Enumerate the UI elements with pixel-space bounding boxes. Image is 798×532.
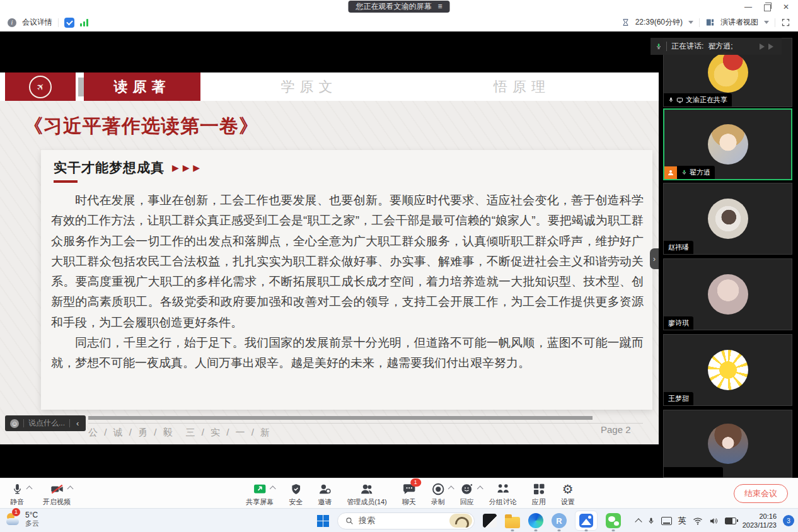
video-options-caret[interactable]	[67, 486, 73, 492]
meeting-timer[interactable]: 22:39(60分钟)	[635, 17, 683, 28]
participant-label: 王梦甜	[664, 392, 693, 405]
windows-taskbar: 1 5°C 多云 搜索 R 英	[0, 508, 798, 532]
restore-button[interactable]	[758, 0, 777, 14]
tab-read-original[interactable]: 读原著	[84, 72, 200, 101]
weather-icon: 1	[5, 511, 21, 528]
reaction-options-caret[interactable]	[477, 486, 483, 492]
taskbar-meeting-app-active[interactable]	[575, 511, 598, 530]
tab-study-text[interactable]: 学原文	[200, 72, 418, 101]
taskbar-app-r[interactable]: R	[552, 511, 567, 530]
record-button[interactable]: 录制	[431, 482, 445, 507]
participant-tile-speaking[interactable]: 翟方逍	[663, 108, 792, 180]
mic-icon	[668, 96, 674, 103]
participant-tile[interactable]: 王梦甜	[663, 334, 792, 406]
divider	[58, 18, 59, 27]
apps-button[interactable]: 应用	[532, 482, 546, 507]
screen-share-icon	[676, 97, 683, 103]
emoji-icon[interactable]: ☺	[10, 419, 19, 428]
battery-icon[interactable]	[725, 518, 736, 524]
close-button[interactable]: ✕	[777, 0, 795, 14]
volume-icon[interactable]	[709, 517, 719, 525]
wifi-icon[interactable]	[693, 517, 703, 525]
meeting-topbar: i 会议详情 22:39(60分钟) 演讲者视图	[0, 14, 798, 32]
weather-widget[interactable]: 1 5°C 多云	[5, 511, 39, 528]
breakout-rooms-button[interactable]: 分组讨论	[489, 482, 517, 507]
fullscreen-icon[interactable]	[781, 18, 790, 27]
security-button[interactable]: 安全	[289, 482, 303, 507]
comment-input-bubble[interactable]: ☺ 说点什么... ‹	[5, 415, 86, 431]
windows-start-button[interactable]	[317, 515, 329, 527]
comment-placeholder[interactable]: 说点什么...	[28, 418, 65, 429]
slide-body: 《习近平著作选读第一卷》 实干才能梦想成真 ▶ ▶ ▶ 时代在发展，事业在创新，…	[0, 101, 659, 444]
screen-watch-banner[interactable]: 您正在观看文渝的屏幕 ≡	[348, 1, 449, 13]
share-screen-icon	[253, 482, 267, 496]
divider	[23, 419, 24, 427]
shared-screen-stage: ✈ 读原著 学原文 悟原理 《习近平著作选读第一卷》 实干才能梦想成真 ▶ ▶ …	[0, 32, 659, 478]
reaction-button[interactable]: 回应	[460, 482, 474, 507]
heading-arrows-icon: ▶ ▶ ▶	[172, 163, 200, 173]
record-options-caret[interactable]	[448, 486, 454, 492]
taskbar-file-explorer[interactable]	[505, 511, 520, 530]
chat-button[interactable]: 1 聊天	[402, 482, 416, 507]
share-screen-button[interactable]: 共享屏幕	[246, 482, 274, 507]
participant-label: 廖诗琪	[664, 316, 693, 330]
mic-icon	[11, 482, 23, 496]
share-options-caret[interactable]	[270, 486, 276, 492]
avatar	[708, 350, 748, 390]
mute-button[interactable]: 静音	[10, 482, 24, 507]
view-dropdown-icon[interactable]	[764, 21, 769, 24]
network-signal-icon[interactable]	[80, 19, 88, 26]
touch-keyboard-icon[interactable]	[661, 517, 672, 525]
divider	[69, 419, 70, 427]
end-meeting-button[interactable]: 结束会议	[734, 484, 788, 503]
tray-mic-icon[interactable]	[647, 516, 655, 526]
tab-understand-principle[interactable]: 悟原理	[418, 72, 626, 101]
tray-clock[interactable]: 20:16 2023/11/23	[743, 512, 777, 530]
mic-options-caret[interactable]	[26, 486, 32, 492]
weather-desc: 多云	[25, 519, 39, 528]
ime-indicator[interactable]: 英	[678, 515, 686, 526]
minimize-button[interactable]: —	[739, 0, 758, 14]
invite-button[interactable]: 邀请	[318, 482, 332, 507]
taskbar-edge-browser[interactable]	[528, 511, 543, 530]
slide-scrollbar[interactable]	[88, 416, 593, 420]
taskbar-wechat[interactable]	[606, 511, 621, 530]
taskbar-search-input[interactable]: 搜索	[337, 512, 475, 529]
banner-menu-icon[interactable]: ≡	[437, 1, 442, 13]
meeting-details-link[interactable]: 会议详情	[22, 17, 52, 28]
sidebar-expand-handle[interactable]: ›	[650, 248, 659, 269]
tab-drag-handle[interactable]	[78, 78, 84, 96]
speaking-banner[interactable]: 正在讲话: 翟方逍;	[651, 38, 782, 55]
chat-unread-badge: 1	[410, 478, 421, 487]
r-app-icon: R	[552, 513, 567, 528]
participant-tile[interactable]	[663, 410, 792, 478]
camera-off-icon	[50, 482, 64, 496]
collapse-left-icon[interactable]: ‹	[74, 419, 81, 428]
reaction-smiley-icon	[460, 482, 474, 496]
tray-time: 20:16	[743, 512, 777, 521]
speaking-name: 翟方逍;	[708, 41, 732, 52]
divider	[666, 42, 667, 51]
info-icon[interactable]: i	[8, 18, 16, 27]
start-video-button[interactable]: 开启视频	[43, 482, 71, 507]
university-logo-block: ✈	[5, 72, 76, 101]
tray-expand-icon[interactable]	[635, 518, 642, 525]
participant-label: 翟方逍	[677, 166, 715, 179]
settings-button[interactable]: ⚙ 设置	[561, 482, 575, 507]
view-mode-selector[interactable]: 演讲者视图	[720, 17, 758, 28]
participant-label: 文渝正在共享	[664, 93, 732, 107]
paragraph: 时代在发展，事业在创新，工会工作也要发展、也要创新。要顺应时代要求、适应社会变化…	[51, 190, 644, 333]
mic-active-icon	[681, 169, 687, 176]
tray-date: 2023/11/23	[743, 521, 777, 529]
participant-tile[interactable]: 赵祎璠	[663, 183, 792, 255]
security-shield-icon[interactable]	[64, 18, 74, 28]
apps-grid-icon	[532, 482, 546, 496]
timer-dropdown-icon[interactable]	[688, 21, 693, 24]
search-daily-image[interactable]	[449, 514, 472, 528]
notification-badge[interactable]: 3	[783, 515, 794, 526]
participant-tile[interactable]: 廖诗琪	[663, 258, 792, 330]
manage-members-button[interactable]: 管理成员(14)	[347, 482, 387, 507]
layout-view-icon	[705, 18, 715, 27]
page-number: Page 2	[601, 424, 631, 435]
taskbar-app-dark[interactable]	[483, 511, 497, 530]
